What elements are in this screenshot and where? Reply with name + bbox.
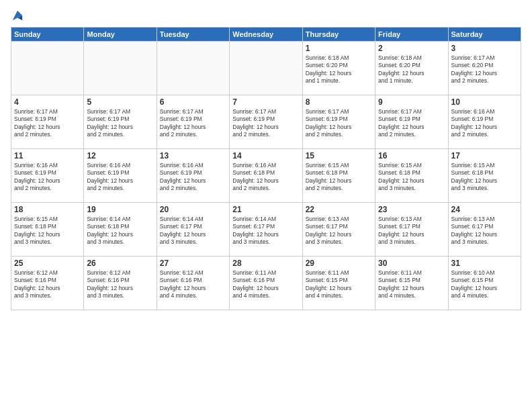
calendar-table: SundayMondayTuesdayWednesdayThursdayFrid… — [11, 27, 521, 310]
day-number: 21 — [232, 205, 299, 214]
day-info: Sunrise: 6:17 AM Sunset: 6:19 PM Dayligh… — [306, 108, 372, 139]
day-info: Sunrise: 6:16 AM Sunset: 6:18 PM Dayligh… — [232, 162, 299, 193]
calendar-cell: 27Sunrise: 6:12 AM Sunset: 6:16 PM Dayli… — [157, 257, 229, 310]
day-number: 26 — [87, 259, 153, 268]
calendar-cell: 3Sunrise: 6:17 AM Sunset: 6:20 PM Daylig… — [448, 42, 521, 95]
day-number: 7 — [232, 97, 299, 107]
day-number: 5 — [87, 97, 153, 107]
day-number: 18 — [14, 205, 81, 214]
day-info: Sunrise: 6:17 AM Sunset: 6:19 PM Dayligh… — [160, 108, 226, 139]
day-number: 3 — [451, 44, 518, 53]
calendar-cell: 11Sunrise: 6:16 AM Sunset: 6:19 PM Dayli… — [11, 149, 84, 203]
calendar-cell: 6Sunrise: 6:17 AM Sunset: 6:19 PM Daylig… — [157, 95, 229, 149]
day-header-monday: Monday — [84, 28, 157, 42]
day-info: Sunrise: 6:15 AM Sunset: 6:18 PM Dayligh… — [451, 162, 518, 193]
calendar-cell: 15Sunrise: 6:15 AM Sunset: 6:18 PM Dayli… — [302, 149, 375, 203]
day-info: Sunrise: 6:12 AM Sunset: 6:16 PM Dayligh… — [87, 269, 153, 300]
calendar-cell: 13Sunrise: 6:16 AM Sunset: 6:19 PM Dayli… — [157, 149, 229, 203]
day-info: Sunrise: 6:15 AM Sunset: 6:18 PM Dayligh… — [378, 162, 445, 193]
day-number: 8 — [306, 97, 372, 107]
calendar-cell: 2Sunrise: 6:18 AM Sunset: 6:20 PM Daylig… — [375, 42, 448, 95]
calendar-cell: 16Sunrise: 6:15 AM Sunset: 6:18 PM Dayli… — [375, 149, 448, 203]
day-header-thursday: Thursday — [302, 28, 375, 42]
calendar-cell: 31Sunrise: 6:10 AM Sunset: 6:15 PM Dayli… — [448, 257, 521, 310]
calendar-cell: 26Sunrise: 6:12 AM Sunset: 6:16 PM Dayli… — [84, 257, 157, 310]
day-number: 1 — [306, 44, 372, 53]
day-info: Sunrise: 6:14 AM Sunset: 6:17 PM Dayligh… — [160, 216, 226, 246]
day-info: Sunrise: 6:11 AM Sunset: 6:15 PM Dayligh… — [378, 269, 445, 300]
day-info: Sunrise: 6:13 AM Sunset: 6:17 PM Dayligh… — [378, 216, 445, 246]
calendar-week-4: 18Sunrise: 6:15 AM Sunset: 6:18 PM Dayli… — [11, 203, 521, 257]
day-number: 9 — [378, 97, 445, 107]
day-info: Sunrise: 6:13 AM Sunset: 6:17 PM Dayligh… — [451, 216, 518, 246]
calendar-cell: 29Sunrise: 6:11 AM Sunset: 6:15 PM Dayli… — [302, 257, 375, 310]
day-number: 19 — [87, 205, 153, 214]
day-number: 24 — [451, 205, 518, 214]
day-info: Sunrise: 6:17 AM Sunset: 6:19 PM Dayligh… — [232, 108, 299, 139]
day-number: 28 — [232, 259, 299, 268]
day-number: 15 — [306, 151, 372, 161]
day-info: Sunrise: 6:17 AM Sunset: 6:19 PM Dayligh… — [14, 108, 81, 139]
calendar-cell: 30Sunrise: 6:11 AM Sunset: 6:15 PM Dayli… — [375, 257, 448, 310]
day-number: 23 — [378, 205, 445, 214]
calendar-cell: 5Sunrise: 6:17 AM Sunset: 6:19 PM Daylig… — [84, 95, 157, 149]
day-header-saturday: Saturday — [448, 28, 521, 42]
day-info: Sunrise: 6:14 AM Sunset: 6:17 PM Dayligh… — [232, 216, 299, 246]
day-info: Sunrise: 6:17 AM Sunset: 6:19 PM Dayligh… — [378, 108, 445, 139]
calendar-cell: 10Sunrise: 6:16 AM Sunset: 6:19 PM Dayli… — [448, 95, 521, 149]
calendar-cell: 1Sunrise: 6:18 AM Sunset: 6:20 PM Daylig… — [302, 42, 375, 95]
day-header-wednesday: Wednesday — [230, 28, 302, 42]
calendar-cell: 24Sunrise: 6:13 AM Sunset: 6:17 PM Dayli… — [448, 203, 521, 257]
calendar-cell: 20Sunrise: 6:14 AM Sunset: 6:17 PM Dayli… — [157, 203, 229, 257]
calendar-cell — [11, 42, 84, 95]
calendar-cell: 23Sunrise: 6:13 AM Sunset: 6:17 PM Dayli… — [375, 203, 448, 257]
header — [11, 11, 521, 20]
day-number: 2 — [378, 44, 445, 53]
calendar-cell: 22Sunrise: 6:13 AM Sunset: 6:17 PM Dayli… — [302, 203, 375, 257]
calendar-cell: 17Sunrise: 6:15 AM Sunset: 6:18 PM Dayli… — [448, 149, 521, 203]
calendar-cell: 14Sunrise: 6:16 AM Sunset: 6:18 PM Dayli… — [230, 149, 302, 203]
day-number: 25 — [14, 259, 81, 268]
calendar-cell: 8Sunrise: 6:17 AM Sunset: 6:19 PM Daylig… — [302, 95, 375, 149]
page: SundayMondayTuesdayWednesdayThursdayFrid… — [0, 0, 532, 411]
calendar-cell: 4Sunrise: 6:17 AM Sunset: 6:19 PM Daylig… — [11, 95, 84, 149]
day-info: Sunrise: 6:16 AM Sunset: 6:19 PM Dayligh… — [160, 162, 226, 193]
day-info: Sunrise: 6:11 AM Sunset: 6:15 PM Dayligh… — [306, 269, 372, 300]
calendar-cell — [230, 42, 302, 95]
calendar-week-2: 4Sunrise: 6:17 AM Sunset: 6:19 PM Daylig… — [11, 95, 521, 149]
calendar-header-row: SundayMondayTuesdayWednesdayThursdayFrid… — [11, 28, 521, 42]
day-number: 22 — [306, 205, 372, 214]
calendar-cell — [84, 42, 157, 95]
day-number: 13 — [160, 151, 226, 161]
calendar-week-3: 11Sunrise: 6:16 AM Sunset: 6:19 PM Dayli… — [11, 149, 521, 203]
day-number: 30 — [378, 259, 445, 268]
day-number: 4 — [14, 97, 81, 107]
day-number: 6 — [160, 97, 226, 107]
day-info: Sunrise: 6:16 AM Sunset: 6:19 PM Dayligh… — [14, 162, 81, 193]
day-number: 12 — [87, 151, 153, 161]
day-info: Sunrise: 6:10 AM Sunset: 6:15 PM Dayligh… — [451, 269, 518, 300]
day-info: Sunrise: 6:15 AM Sunset: 6:18 PM Dayligh… — [14, 216, 81, 246]
day-number: 10 — [451, 97, 518, 107]
day-info: Sunrise: 6:14 AM Sunset: 6:18 PM Dayligh… — [87, 216, 153, 246]
day-info: Sunrise: 6:15 AM Sunset: 6:18 PM Dayligh… — [306, 162, 372, 193]
day-header-friday: Friday — [375, 28, 448, 42]
day-number: 17 — [451, 151, 518, 161]
day-number: 29 — [306, 259, 372, 268]
calendar-cell: 18Sunrise: 6:15 AM Sunset: 6:18 PM Dayli… — [11, 203, 84, 257]
day-header-tuesday: Tuesday — [157, 28, 229, 42]
day-info: Sunrise: 6:17 AM Sunset: 6:19 PM Dayligh… — [87, 108, 153, 139]
calendar-cell: 21Sunrise: 6:14 AM Sunset: 6:17 PM Dayli… — [230, 203, 302, 257]
day-info: Sunrise: 6:18 AM Sunset: 6:20 PM Dayligh… — [306, 54, 372, 85]
calendar-cell: 12Sunrise: 6:16 AM Sunset: 6:19 PM Dayli… — [84, 149, 157, 203]
calendar-cell: 9Sunrise: 6:17 AM Sunset: 6:19 PM Daylig… — [375, 95, 448, 149]
day-info: Sunrise: 6:18 AM Sunset: 6:20 PM Dayligh… — [378, 54, 445, 85]
calendar-week-1: 1Sunrise: 6:18 AM Sunset: 6:20 PM Daylig… — [11, 42, 521, 95]
day-info: Sunrise: 6:12 AM Sunset: 6:16 PM Dayligh… — [160, 269, 226, 300]
calendar-cell: 19Sunrise: 6:14 AM Sunset: 6:18 PM Dayli… — [84, 203, 157, 257]
day-header-sunday: Sunday — [11, 28, 84, 42]
day-number: 14 — [232, 151, 299, 161]
day-info: Sunrise: 6:16 AM Sunset: 6:19 PM Dayligh… — [451, 108, 518, 139]
day-info: Sunrise: 6:11 AM Sunset: 6:16 PM Dayligh… — [232, 269, 299, 300]
calendar-cell: 25Sunrise: 6:12 AM Sunset: 6:16 PM Dayli… — [11, 257, 84, 310]
